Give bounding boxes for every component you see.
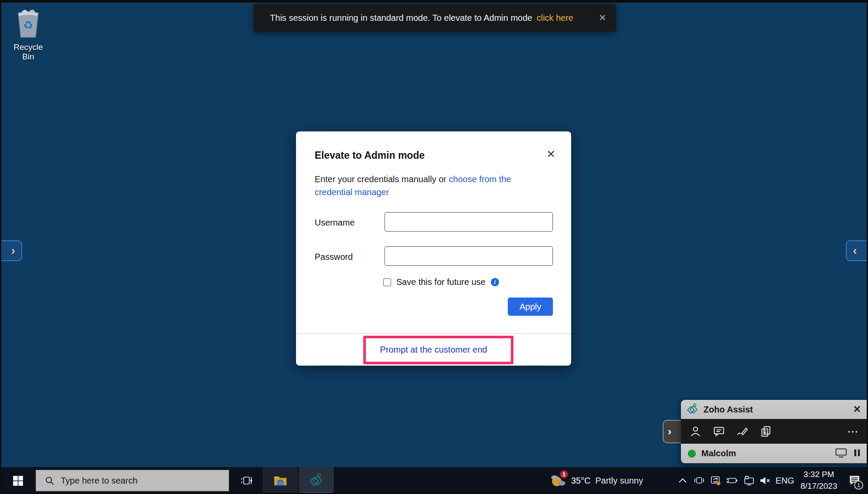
widget-title-bar: Zoho Assist ✕ (681, 400, 868, 419)
participants-icon[interactable] (690, 425, 701, 437)
banner-close-icon[interactable]: ✕ (598, 13, 606, 23)
apply-button[interactable]: Apply (508, 298, 553, 316)
prompt-customer-end-link[interactable]: Prompt at the customer end (380, 345, 487, 355)
widget-close-icon[interactable]: ✕ (853, 404, 861, 415)
right-edge-expand-tab[interactable]: ‹ (846, 240, 868, 261)
pause-session-icon[interactable] (853, 448, 861, 459)
desktop-screen: This session is running in standard mode… (0, 0, 868, 494)
recycle-bin-label: Recycle Bin (8, 43, 48, 62)
recycle-bin-icon: ♻ (14, 8, 43, 40)
svg-text:♻: ♻ (23, 19, 33, 32)
clock-date: 8/17/2023 (800, 481, 837, 492)
widget-collapse-tab[interactable]: › (663, 420, 684, 443)
username-label: Username (315, 218, 355, 228)
save-credentials-checkbox[interactable] (383, 278, 391, 286)
copy-clipboard-icon[interactable] (760, 425, 772, 437)
more-options-icon[interactable]: ⋯ (847, 427, 859, 436)
start-button[interactable] (1, 467, 35, 494)
widget-toolbar: ⋯ (681, 419, 868, 444)
weather-icon: 1 (549, 472, 566, 489)
chat-icon[interactable] (713, 425, 725, 437)
intro-text: Enter your credentials manually or (315, 174, 446, 184)
taskbar-search-box[interactable] (36, 470, 229, 491)
dialog-title: Elevate to Admin mode (315, 150, 424, 161)
search-input[interactable] (61, 476, 229, 486)
meet-now-camera-icon[interactable] (691, 467, 707, 494)
windows-logo-icon (12, 475, 24, 487)
file-explorer-button[interactable] (263, 467, 298, 494)
username-field[interactable] (385, 212, 553, 232)
weather-alert-badge: 1 (560, 470, 568, 478)
system-tray: ENG 3:32 PM 8/17/2023 1 (674, 467, 867, 494)
participant-name: Malcolm (701, 448, 736, 458)
widget-title: Zoho Assist (704, 405, 753, 415)
participant-row: Malcolm (681, 444, 868, 463)
task-view-button[interactable] (231, 467, 262, 494)
weather-condition: Partly sunny (595, 476, 643, 486)
status-online-dot (688, 450, 696, 458)
zoho-assist-logo-icon (686, 403, 699, 416)
save-credentials-row: Save this for future use i (383, 277, 499, 287)
banner-message: This session is running in standard mode… (270, 13, 532, 23)
dialog-footer: Prompt at the customer end (296, 334, 571, 366)
elevate-admin-dialog: Elevate to Admin mode ✕ Enter your crede… (296, 131, 571, 366)
action-center-button[interactable]: 1 (842, 467, 867, 494)
zoho-assist-widget: Zoho Assist ✕ (681, 400, 868, 463)
tray-expand-chevron-icon[interactable] (674, 467, 691, 494)
annotate-pen-icon[interactable] (736, 425, 748, 437)
password-field[interactable] (385, 246, 553, 266)
banner-click-here-link[interactable]: click here (536, 13, 573, 23)
battery-charging-icon[interactable] (724, 467, 740, 494)
taskbar: 1 35°C Partly sunny (1, 467, 867, 494)
share-screen-icon[interactable] (835, 448, 847, 460)
taskbar-weather-widget[interactable]: 1 35°C Partly sunny (549, 467, 643, 494)
admin-mode-banner: This session is running in standard mode… (253, 4, 616, 32)
recycle-bin-shortcut[interactable]: ♻ Recycle Bin (8, 8, 48, 62)
chevron-left-icon: ‹ (853, 244, 857, 258)
dialog-intro-text: Enter your credentials manually or choos… (315, 173, 511, 199)
chevron-right-icon: › (668, 425, 671, 438)
zoho-assist-taskbar-button[interactable] (299, 467, 334, 494)
file-explorer-icon (273, 474, 288, 487)
sync-status-icon[interactable] (707, 467, 724, 494)
clock-time: 3:32 PM (800, 469, 837, 481)
active-app-indicator (301, 492, 332, 494)
network-status-icon[interactable] (740, 467, 757, 494)
save-credentials-label: Save this for future use (396, 277, 486, 287)
weather-temperature: 35°C (571, 476, 591, 486)
taskbar-clock[interactable]: 3:32 PM 8/17/2023 (800, 469, 837, 492)
left-edge-expand-tab[interactable]: › (0, 240, 22, 261)
notification-count-badge: 1 (854, 481, 863, 490)
dialog-close-icon[interactable]: ✕ (546, 148, 556, 160)
volume-muted-icon[interactable] (757, 467, 773, 494)
chevron-right-icon: › (11, 244, 15, 258)
language-indicator[interactable]: ENG (773, 476, 796, 486)
zoho-assist-app-icon (309, 473, 324, 488)
search-icon (45, 476, 55, 486)
task-view-icon (240, 475, 253, 486)
info-icon[interactable]: i (491, 278, 499, 286)
password-label: Password (315, 252, 353, 262)
